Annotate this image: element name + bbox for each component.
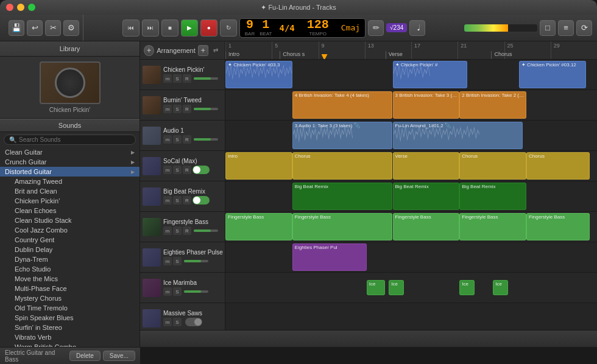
volume-slider[interactable] [184, 290, 208, 293]
region-british-2[interactable]: 2 British Invasion: Take 2 (4 takes) [459, 91, 526, 119]
solo-icon[interactable]: S [173, 318, 182, 326]
sub-item-warm-british[interactable]: Warm British Combo [10, 342, 140, 347]
sub-item-brit-clean[interactable]: Brit and Clean [10, 186, 140, 196]
region-audio-take3[interactable]: 3 Audio 1: Take 3 (3 takes) 📎 [292, 122, 393, 149]
solo-icon[interactable]: S [173, 226, 182, 235]
record-arm-icon[interactable]: R [183, 196, 191, 205]
sub-item-surfin[interactable]: Surfin' in Stereo [10, 323, 140, 332]
sub-item-multi-phase[interactable]: Multi-Phase Face [10, 284, 140, 293]
mute-icon[interactable]: m [163, 257, 172, 265]
region-british-4[interactable]: 4 British Invasion: Take 4 (4 takes) [292, 91, 393, 119]
mute-icon[interactable]: m [163, 287, 172, 296]
search-box[interactable]: 🔍 [4, 135, 136, 145]
region-fb-2[interactable]: Fingerstyle Bass [292, 213, 393, 240]
region-verse[interactable]: Verse [393, 152, 460, 180]
mute-icon[interactable]: m [163, 105, 172, 113]
volume-slider[interactable] [184, 260, 208, 262]
save-button[interactable]: Save... [103, 351, 135, 361]
mute-icon[interactable]: m [163, 74, 172, 83]
close-button[interactable] [6, 4, 13, 11]
metronome-btn[interactable]: 𝅘𝅥 [409, 20, 425, 36]
sub-item-dublin[interactable]: Dublin Delay [10, 245, 140, 254]
record-arm-icon[interactable]: R [183, 226, 191, 235]
search-input[interactable] [19, 136, 130, 143]
region-intro[interactable]: Intro [225, 152, 292, 180]
position-counter[interactable]: 9 BAR 1 BEAT 4/4 128 TEMPO Cmaj [239, 18, 366, 38]
record-arm-icon[interactable]: R [183, 105, 191, 113]
save-icon[interactable]: 💾 [9, 20, 24, 36]
region-chorus[interactable]: Chorus [292, 152, 393, 180]
sub-item-vibrato[interactable]: Vibrato Verb [10, 332, 140, 342]
region-ice-2[interactable]: Ice [389, 280, 403, 295]
minimize-button[interactable] [17, 4, 24, 11]
sub-item-spin-speaker[interactable]: Spin Speaker Blues [10, 313, 140, 323]
maximize-button[interactable] [28, 4, 35, 11]
master-icon[interactable]: □ [540, 20, 556, 36]
mute-icon[interactable]: m [163, 318, 172, 326]
region-ice-4[interactable]: Ice [493, 280, 507, 295]
region-chorus3[interactable]: Chorus [526, 152, 590, 180]
sub-item-cool-jazz[interactable]: Cool Jazz Combo [10, 225, 140, 235]
region-ice-1[interactable]: Ice [367, 280, 386, 295]
sub-item-move-mics[interactable]: Move the Mics [10, 274, 140, 284]
record-arm-icon[interactable]: R [183, 74, 191, 83]
solo-icon[interactable]: S [173, 74, 182, 83]
power-toggle[interactable] [185, 318, 202, 326]
sub-item-old-time[interactable]: Old Time Tremolo [10, 303, 140, 313]
mixer-icon[interactable]: ≡ [558, 20, 574, 36]
sub-item-dyna-trem[interactable]: Dyna-Trem [10, 254, 140, 264]
sub-item-country-gent[interactable]: Country Gent [10, 235, 140, 245]
sidebar-item-clean-guitar[interactable]: Clean Guitar ▶ [0, 147, 140, 157]
tracks-scroll[interactable]: ✦ Chicken Pickin' #03.3 ✦ Chicken Pickin… [225, 60, 597, 330]
region-ice-3[interactable]: Ice [459, 280, 474, 295]
sub-item-chicken-pickin[interactable]: Chicken Pickin' [10, 196, 140, 206]
cycle-button[interactable]: ↻ [220, 19, 237, 37]
region-chicken-0312[interactable]: ✦ Chicken Pickin' #03.12 [519, 61, 586, 88]
power-toggle[interactable] [193, 166, 210, 174]
volume-slider[interactable] [194, 77, 218, 80]
record-arm-icon[interactable]: R [183, 135, 191, 144]
sub-item-mystery[interactable]: Mystery Chorus [10, 293, 140, 303]
mute-icon[interactable]: m [163, 226, 172, 235]
region-ep-1[interactable]: Eighties Phaser Pul [292, 243, 367, 271]
mute-icon[interactable]: m [163, 135, 172, 144]
volume-slider[interactable] [194, 229, 218, 232]
mute-icon[interactable]: m [163, 196, 172, 205]
region-chicken-03[interactable]: ✦ Chicken Pickin' #03.3 [225, 61, 292, 88]
region-british-3[interactable]: 3 British Invasion: Take 3 (4 takes) [393, 91, 460, 119]
region-fb-5[interactable]: Fingerstyle Bass [526, 213, 590, 240]
add-track-button[interactable]: + [144, 45, 154, 56]
rewind-button[interactable]: ⏮ [122, 19, 140, 37]
play-button[interactable]: ▶ [181, 19, 198, 37]
region-big-beat-2[interactable]: Big Beat Remix [393, 183, 460, 210]
count-in-button[interactable]: √234 [386, 23, 407, 32]
volume-slider[interactable] [194, 108, 218, 110]
record-button[interactable]: ● [200, 19, 217, 37]
solo-icon[interactable]: S [173, 196, 182, 205]
sub-item-echo-studio[interactable]: Echo Studio [10, 264, 140, 274]
mute-icon[interactable]: m [163, 166, 172, 174]
region-chicken-03b[interactable]: ✦ Chicken Pickin' # [393, 61, 467, 88]
solo-icon[interactable]: S [173, 166, 182, 174]
region-fb-4[interactable]: Fingerstyle Bass [459, 213, 526, 240]
region-big-beat-3[interactable]: Big Beat Remix [459, 183, 526, 210]
tempo-display[interactable]: 128 TEMPO [302, 18, 334, 38]
delete-button[interactable]: Delete [69, 351, 101, 361]
region-big-beat-1[interactable]: Big Beat Remix [292, 183, 393, 210]
solo-icon[interactable]: S [173, 105, 182, 113]
loop-icon[interactable]: ⟳ [576, 20, 592, 36]
add-region-button[interactable]: + [198, 45, 208, 56]
settings-icon[interactable]: ⚙ [63, 20, 79, 36]
solo-icon[interactable]: S [173, 135, 182, 144]
region-fulin[interactable]: Fu-Lin Around_1#01.2 📎 [393, 122, 523, 149]
region-chorus2[interactable]: Chorus [459, 152, 526, 180]
undo-icon[interactable]: ↩ [27, 20, 43, 36]
sidebar-item-crunch-guitar[interactable]: Crunch Guitar ▶ [0, 157, 140, 167]
solo-icon[interactable]: S [173, 257, 182, 265]
sidebar-item-distorted-guitar[interactable]: Distorted Guitar ▶ [0, 167, 140, 177]
sub-item-amazing-tweed[interactable]: Amazing Tweed [10, 177, 140, 186]
solo-icon[interactable]: S [173, 287, 182, 296]
region-fb-1[interactable]: Fingerstyle Bass [225, 213, 292, 240]
stop-button[interactable]: ■ [161, 19, 178, 37]
metronome-icon[interactable]: 𝅘𝅥 [409, 20, 425, 36]
